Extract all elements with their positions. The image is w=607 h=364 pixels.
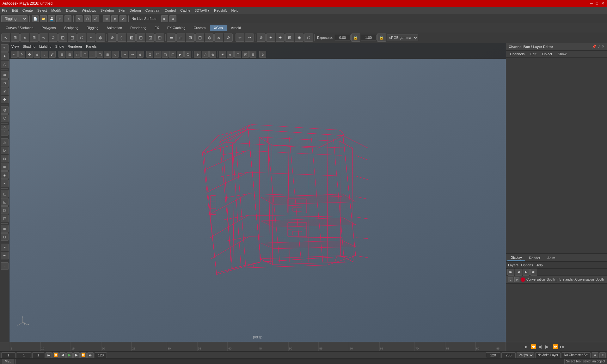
tool-bookmark[interactable]: ✦ [266, 33, 275, 42]
dr-tab-render[interactable]: Render [526, 255, 543, 261]
pb-next[interactable]: ▶ [73, 352, 80, 358]
vp-snap-grid[interactable]: ⊡ [66, 51, 73, 58]
left-hypergraph[interactable]: ⋯ [1, 252, 9, 259]
vp-cam-gate[interactable]: ◱ [162, 51, 169, 58]
left-scale-tool[interactable]: ⤢ [1, 88, 9, 95]
menu-file[interactable]: File [2, 9, 8, 12]
menu-help[interactable]: Help [231, 9, 238, 12]
left-more2[interactable]: ⊟ [1, 233, 9, 241]
tool-select-comp[interactable]: ◈ [20, 33, 29, 42]
pb-prev[interactable]: ◀ [59, 352, 66, 358]
channel-close-icon[interactable]: ✕ [602, 45, 604, 49]
tool-toggle-geo[interactable]: ⬡ [304, 33, 313, 42]
exposure-input[interactable] [335, 35, 351, 40]
left-box-select[interactable]: □ [1, 125, 9, 130]
gamma-input[interactable] [361, 35, 377, 40]
fps-select[interactable]: 24 fps30 fps [517, 352, 534, 358]
tool-iso-sel[interactable]: ◌ [117, 33, 126, 42]
tool-wireframe-all[interactable]: ⊞ [285, 33, 294, 42]
layer-row[interactable]: V P Conversation_Booth_mb_standart:Conve… [506, 276, 607, 284]
left-move-tool[interactable]: ⊕ [1, 71, 9, 79]
new-scene-btn[interactable]: 📄 [32, 15, 39, 22]
left-select-tool[interactable]: ↖ [1, 44, 9, 52]
script-mode[interactable]: MEL [2, 359, 14, 364]
redo-btn[interactable]: ↪ [64, 15, 71, 22]
left-lasso-sel[interactable]: ⌒ [1, 130, 9, 136]
vp-shadows-toggle[interactable]: ◈ [227, 51, 234, 58]
viewport-menu-view[interactable]: View [11, 45, 19, 48]
undo-btn[interactable]: ↩ [56, 15, 63, 22]
pb-first[interactable]: ⏮ [46, 352, 52, 358]
tool-select-obj[interactable]: ↖ [1, 33, 10, 42]
start-frame-input[interactable] [1, 352, 15, 358]
dr-tab-display[interactable]: Display [507, 255, 525, 261]
tool-motion-blur[interactable]: ≋ [214, 33, 223, 42]
tab-xgen[interactable]: XGen [210, 25, 226, 31]
menu-edit[interactable]: Edit [12, 9, 18, 12]
menu-modify[interactable]: Modify [51, 9, 61, 12]
left-extrude[interactable]: ⊞ [1, 163, 9, 171]
vp-next-frame[interactable]: ⊕ [137, 51, 144, 58]
channel-pin-icon[interactable]: 📌 [592, 45, 596, 49]
left-paint-tool[interactable]: ✦ [1, 52, 9, 60]
channel-tab-channels[interactable]: Channels [507, 52, 527, 57]
rotate-tool[interactable]: ↻ [111, 15, 118, 22]
lasso-tool[interactable]: ⬡ [84, 15, 91, 22]
end-frame-input[interactable] [486, 352, 500, 358]
gamma-select[interactable]: sRGB gamma Linear [387, 34, 418, 41]
left-soft-mod[interactable]: ◍ [1, 106, 9, 114]
vp-select-cam[interactable]: ↖ [11, 51, 18, 58]
left-attr-display[interactable]: ◲ [1, 206, 9, 214]
vp-aa-toggle[interactable]: ◰ [242, 51, 249, 58]
vp-tumble[interactable]: ↻ [18, 51, 25, 58]
tab-custom[interactable]: Custom [190, 25, 210, 31]
tool-anim-camera[interactable]: ⊕ [257, 33, 266, 42]
tab-curves-surfaces[interactable]: Curves / Surfaces [2, 25, 37, 31]
vp-frame-all[interactable]: ⬡ [184, 51, 191, 58]
tool-ao[interactable]: ◍ [205, 33, 214, 42]
vp-safe-zones[interactable]: ◲ [169, 51, 176, 58]
range-start-input[interactable] [32, 352, 44, 358]
menu-skeleton[interactable]: Skeleton [100, 9, 114, 12]
dr-tab-anim[interactable]: Anim [544, 255, 558, 261]
left-comp-display[interactable]: ◱ [1, 198, 9, 206]
menu-display[interactable]: Display [66, 9, 77, 12]
minimize-button[interactable]: ─ [590, 1, 593, 6]
vp-undo-cam[interactable]: ↩ [121, 51, 128, 58]
vp-ao-toggle[interactable]: ◫ [234, 51, 241, 58]
viewport-menu-renderer[interactable]: Renderer [68, 45, 82, 48]
viewport-menu-lighting[interactable]: Lighting [39, 45, 52, 48]
maximize-button[interactable]: □ [596, 1, 598, 6]
pb-next-key[interactable]: ⏩ [80, 352, 87, 358]
save-btn[interactable]: 💾 [48, 15, 55, 22]
tool-frame-all[interactable]: ⬚ [155, 33, 164, 42]
vp-track[interactable]: ✥ [26, 51, 33, 58]
layer-nav-last[interactable]: ⏭ [530, 269, 537, 276]
tool-snap-grid[interactable]: ⊞ [30, 33, 39, 42]
viewport-menu-shading[interactable]: Shading [23, 45, 35, 48]
tool-toggle-renderable[interactable]: ◉ [295, 33, 304, 42]
vp-subd[interactable]: ◰ [96, 51, 103, 58]
menu-select[interactable]: Select [37, 9, 47, 12]
channel-tab-show[interactable]: Show [555, 52, 569, 57]
vp-sel-filter[interactable]: ⊕ [194, 51, 201, 58]
tool-select-hier[interactable]: ⊞ [11, 33, 20, 42]
menu-constrain[interactable]: Constrain [145, 9, 160, 12]
tool-textures[interactable]: ⊡ [186, 33, 195, 42]
vp-edge-smooth[interactable]: ≈ [89, 51, 96, 58]
tool-snap-surface[interactable]: ◫ [58, 33, 67, 42]
tab-rigging[interactable]: Rigging [83, 25, 102, 31]
close-button[interactable]: ✕ [601, 1, 604, 6]
vp-in-out[interactable]: ◍ [209, 51, 216, 58]
left-minus[interactable]: − [1, 262, 9, 270]
tool-exposure-lock[interactable]: 🔒 [351, 33, 360, 42]
menu-create[interactable]: Create [22, 9, 33, 12]
menu-windows[interactable]: Windows [82, 9, 96, 12]
vp-wire-on-shaded[interactable]: ◫ [81, 51, 88, 58]
tab-fx[interactable]: FX [151, 25, 163, 31]
menu-3dtoall[interactable]: 3DToAll ▾ [195, 9, 210, 13]
viewport-menu-panels[interactable]: Panels [86, 45, 97, 48]
vp-resolution-gate[interactable]: ⬚ [154, 51, 161, 58]
tab-polygons[interactable]: Polygons [38, 25, 59, 31]
vp-grid-pts[interactable]: ⊞ [58, 51, 65, 58]
